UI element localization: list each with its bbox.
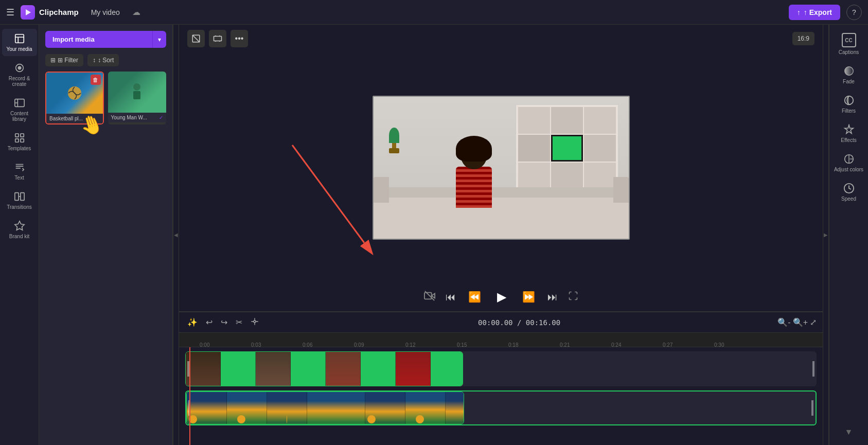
zoom-out-button[interactable]: 🔍- (777, 317, 790, 327)
skip-forward-button[interactable]: ⏭ (545, 289, 560, 305)
right-tool-fade[interactable]: Fade (831, 61, 866, 88)
track-greenscreen[interactable] (185, 351, 817, 386)
filter-button[interactable]: ⊞ ⊞ Filter (45, 54, 83, 66)
filters-label: Filters (842, 108, 856, 114)
svg-rect-14 (133, 91, 140, 99)
right-tool-filters[interactable]: Filters (831, 91, 866, 118)
right-sidebar: CC Captions Fade Filters (829, 25, 868, 445)
sidebar-item-your-media[interactable]: Your media (2, 29, 37, 56)
import-dropdown-button[interactable]: ▾ (152, 31, 166, 48)
no-camera-button[interactable] (424, 290, 435, 304)
left-sidebar: Your media Record & create Content libra… (0, 25, 39, 445)
couch-armrest-right (613, 177, 629, 203)
svg-point-4 (18, 66, 21, 69)
timeline-tracks (179, 347, 823, 445)
bball-frame-2 (227, 392, 267, 424)
sidebar-item-templates[interactable]: Templates (2, 128, 37, 155)
import-media-button[interactable]: Import media (45, 31, 152, 48)
svg-rect-10 (14, 193, 18, 201)
media-item-basketball[interactable]: 🗑 Basketball pl... Add to timeline (45, 72, 104, 124)
shelf-cell (518, 163, 550, 189)
transform-tool-button[interactable] (209, 30, 226, 47)
export-button[interactable]: ↑ ↑ Export (789, 5, 840, 20)
timeline-time-display: 00:00.00 / 00:16.00 (265, 318, 773, 327)
media-thumb-youngman (108, 72, 167, 113)
tv-screen (551, 135, 583, 162)
video-title[interactable]: My video (85, 6, 126, 19)
right-tool-effects[interactable]: Effects (831, 120, 866, 147)
skip-back-button[interactable]: ⏮ (444, 289, 458, 305)
svg-point-21 (844, 67, 853, 76)
sidebar-item-brand-kit[interactable]: Brand kit (2, 216, 37, 243)
sidebar-label-record-create: Record & create (4, 76, 35, 87)
track-basketball[interactable] (185, 390, 817, 425)
sort-label: ↕ Sort (98, 57, 114, 64)
redo-button[interactable]: ↪ (219, 315, 229, 329)
play-button[interactable]: ▶ (491, 287, 512, 307)
bball-frame-7 (446, 392, 464, 424)
shelf-cell (518, 135, 550, 162)
menu-icon[interactable]: ☰ (6, 7, 14, 18)
media-panel-header: Import media ▾ (39, 25, 172, 54)
svg-rect-16 (214, 37, 222, 41)
rewind-button[interactable]: ⏪ (466, 289, 483, 305)
sidebar-item-text[interactable]: Text (2, 157, 37, 185)
split-button[interactable] (249, 315, 261, 330)
right-tool-adjust-colors[interactable]: Adjust colors (831, 149, 866, 176)
delete-media-icon[interactable]: 🗑 (91, 75, 101, 85)
timeline-ruler: 0:00 0:03 0:06 0:09 0:12 0:15 0:18 0:21 … (179, 333, 823, 347)
sort-button[interactable]: ↕ ↕ Sort (87, 54, 119, 66)
more-dots-icon: ••• (235, 34, 244, 43)
crop-tool-button[interactable] (187, 30, 205, 47)
captions-icon: CC (842, 33, 856, 47)
playback-controls: ⏮ ⏪ ▶ ⏩ ⏭ (179, 282, 823, 311)
help-button[interactable]: ? (846, 5, 862, 20)
frame-7 (396, 352, 431, 386)
sidebar-item-transitions[interactable]: Transitions (2, 187, 37, 214)
right-panel-collapse-divider[interactable]: ▶ (823, 25, 829, 445)
panel-collapse-divider[interactable]: ◀ (173, 25, 179, 445)
clip-basketball[interactable] (186, 391, 464, 424)
speed-icon (843, 183, 855, 194)
scene-background (374, 97, 629, 239)
sidebar-item-content-library[interactable]: Content library (2, 93, 37, 126)
person-silhouette (456, 167, 492, 208)
import-button-group: Import media ▾ (45, 31, 166, 48)
sidebar-item-record-create[interactable]: Record & create (2, 58, 37, 91)
effects-label: Effects (841, 137, 856, 143)
clip-greenscreen[interactable] (185, 351, 463, 386)
media-item-youngman[interactable]: Young Man W... ✓ (108, 72, 167, 124)
import-label: Import media (52, 35, 95, 43)
fullscreen-button[interactable] (568, 291, 578, 304)
cursor-annotation: 🤚 (39, 124, 172, 166)
export-label: ↑ Export (804, 8, 832, 16)
sidebar-label-brand-kit: Brand kit (9, 234, 29, 239)
fast-forward-button[interactable]: ⏩ (520, 289, 537, 305)
frame-6 (361, 352, 396, 386)
frame-3 (256, 352, 291, 386)
undo-button[interactable]: ↩ (204, 315, 215, 329)
aspect-ratio-button[interactable]: 16:9 (792, 32, 814, 45)
filter-label: ⊞ Filter (58, 57, 78, 64)
filters-icon (843, 95, 855, 106)
collapse-right-icon: ▶ (824, 232, 828, 238)
more-options-button[interactable]: ••• (231, 30, 248, 47)
logo-icon (21, 5, 35, 20)
timeline-playhead[interactable] (189, 347, 190, 445)
right-sidebar-collapse-btn[interactable]: ▼ (841, 423, 857, 441)
person-head (461, 144, 487, 169)
svg-rect-2 (15, 34, 24, 43)
magic-tool-button[interactable]: ✨ (185, 315, 200, 329)
right-tool-speed[interactable]: Speed (831, 179, 866, 206)
fade-label: Fade (843, 79, 855, 84)
cut-button[interactable]: ✂ (234, 315, 244, 329)
right-tool-captions[interactable]: CC Captions (831, 29, 866, 59)
couch-armrest-left (374, 177, 389, 203)
thumb-person-visual (108, 72, 167, 113)
person-hair (456, 136, 492, 162)
zoom-in-button[interactable]: 🔍+ (793, 317, 808, 327)
captions-label: Captions (839, 49, 859, 55)
fit-timeline-button[interactable]: ⤢ (810, 317, 817, 327)
effects-icon (843, 124, 855, 135)
bball-frame-1 (187, 392, 227, 424)
